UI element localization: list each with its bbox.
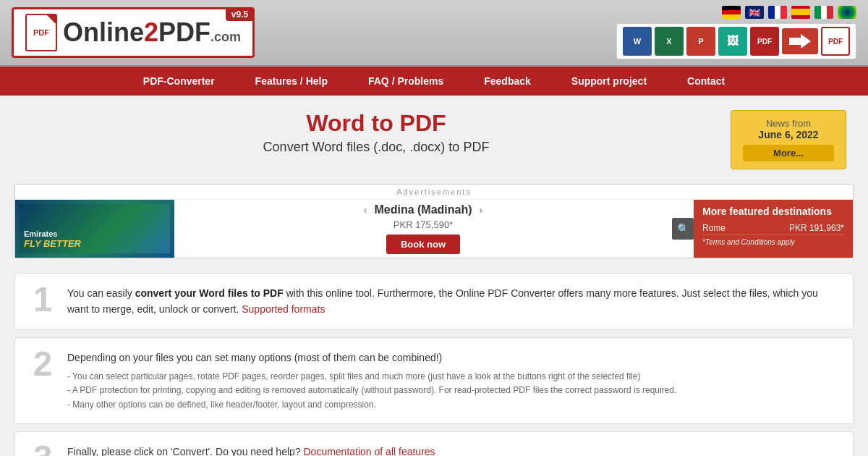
step-2: 2 Depending on your files you can set ma… <box>14 337 854 424</box>
step-1-text: You can easily convert your Word files t… <box>67 285 838 318</box>
ad-price: PKR 175,590* <box>393 219 453 230</box>
flags-row: 🇬🇧 <box>722 6 856 19</box>
ad-search-button[interactable]: 🔍 <box>672 218 694 240</box>
step-2-sub2: - A PDF protection for printing, copying… <box>67 384 838 397</box>
nav-contact[interactable]: Contact <box>667 67 745 96</box>
ad-label: Advertisements <box>15 185 853 200</box>
img-tool[interactable]: 🖼 <box>718 27 747 56</box>
step-1: 1 You can easily convert your Word files… <box>14 273 854 330</box>
ad-right: More featured destinations Rome PKR 191,… <box>694 200 853 258</box>
step-3-content: Finally, please click on 'Convert'. Do y… <box>67 444 838 456</box>
step-2-sub3: - Many other options can be defined, lik… <box>67 398 838 412</box>
step-1-number: 1 <box>30 282 56 317</box>
step-2-text: Depending on your files you can set many… <box>67 350 838 366</box>
nav-support[interactable]: Support project <box>551 67 667 96</box>
pdf-multi-tool[interactable]: PDF <box>750 27 779 56</box>
documentation-link[interactable]: Documentation of all features <box>303 446 435 456</box>
pdf-output-tool[interactable]: PDF <box>821 27 850 56</box>
step-3-number: 3 <box>30 441 56 456</box>
ad-section: Advertisements Emirates FLY BETTER ‹ Med… <box>14 184 854 258</box>
excel-tool[interactable]: X <box>655 27 684 56</box>
header: v9.5 PDF Online2PDF.com 🇬🇧 W X P 🖼 PDF P… <box>0 0 868 67</box>
flag-it[interactable] <box>814 6 833 19</box>
svg-marker-0 <box>789 34 811 48</box>
ad-featured-rome: Rome PKR 191,963* <box>702 221 844 235</box>
news-box: News from June 6, 2022 More... <box>731 110 846 169</box>
flag-br[interactable] <box>838 6 856 19</box>
ad-nav: ‹ Medina (Madinah) › <box>364 203 482 216</box>
title-content: Word to PDF Convert Word files (.doc, .d… <box>22 110 731 155</box>
flag-de[interactable] <box>722 6 741 19</box>
nav-pdf-converter[interactable]: PDF-Converter <box>123 67 235 96</box>
ad-next-arrow[interactable]: › <box>480 204 483 216</box>
ad-featured-price: PKR 191,963* <box>789 223 844 233</box>
ppt-tool[interactable]: P <box>686 27 715 56</box>
logo: v9.5 PDF Online2PDF.com <box>12 7 255 58</box>
flag-fr[interactable] <box>768 6 787 19</box>
ad-terms: *Terms and Conditions apply <box>702 238 844 246</box>
supported-formats-link[interactable]: Supported formats <box>242 303 325 315</box>
word-tool[interactable]: W <box>623 27 652 56</box>
step-2-number: 2 <box>30 347 56 381</box>
page-title: Word to PDF <box>22 110 731 137</box>
steps-section: 1 You can easily convert your Word files… <box>0 266 868 456</box>
page-subtitle: Convert Word files (.doc, .docx) to PDF <box>22 140 731 155</box>
title-section: Word to PDF Convert Word files (.doc, .d… <box>0 96 868 177</box>
toolbar: W X P 🖼 PDF PDF <box>616 23 856 59</box>
news-date: June 6, 2022 <box>743 129 834 140</box>
step-3-text: Finally, please click on 'Convert'. Do y… <box>67 444 838 456</box>
main: Word to PDF Convert Word files (.doc, .d… <box>0 96 868 456</box>
ad-destination: Medina (Madinah) <box>374 203 472 216</box>
nav-faq[interactable]: FAQ / Problems <box>348 67 464 96</box>
ad-content: Emirates FLY BETTER ‹ Medina (Madinah) ›… <box>15 200 853 258</box>
step-2-sub1: - You can select particular pages, rotat… <box>67 370 838 384</box>
ad-prev-arrow[interactable]: ‹ <box>364 204 367 216</box>
pdf-icon: PDF <box>25 14 57 51</box>
ad-image: Emirates FLY BETTER <box>15 200 174 258</box>
emirates-logo: Emirates <box>24 229 166 238</box>
step-1-content: You can easily convert your Word files t… <box>67 285 838 318</box>
nav: PDF-Converter Features / Help FAQ / Prob… <box>0 67 868 96</box>
news-label: News from <box>743 118 834 129</box>
convert-arrow[interactable] <box>782 28 818 54</box>
ad-middle: ‹ Medina (Madinah) › PKR 175,590* Book n… <box>174 200 672 258</box>
logo-text: Online2PDF.com <box>63 17 241 48</box>
step-3: 3 Finally, please click on 'Convert'. Do… <box>14 431 854 456</box>
step-2-sub: - You can select particular pages, rotat… <box>67 370 838 412</box>
version-badge: v9.5 <box>226 8 254 21</box>
header-right: 🇬🇧 W X P 🖼 PDF PDF <box>616 6 856 59</box>
flag-gb[interactable]: 🇬🇧 <box>745 6 764 19</box>
fly-better-text: FLY BETTER <box>24 238 166 249</box>
nav-features-help[interactable]: Features / Help <box>235 67 348 96</box>
nav-feedback[interactable]: Feedback <box>464 67 551 96</box>
step-2-content: Depending on your files you can set many… <box>67 350 838 412</box>
ad-featured-city: Rome <box>702 223 726 233</box>
more-button[interactable]: More... <box>743 145 834 161</box>
ad-book-button[interactable]: Book now <box>386 235 460 254</box>
ad-featured-title: More featured destinations <box>702 206 844 217</box>
flag-es[interactable] <box>791 6 810 19</box>
